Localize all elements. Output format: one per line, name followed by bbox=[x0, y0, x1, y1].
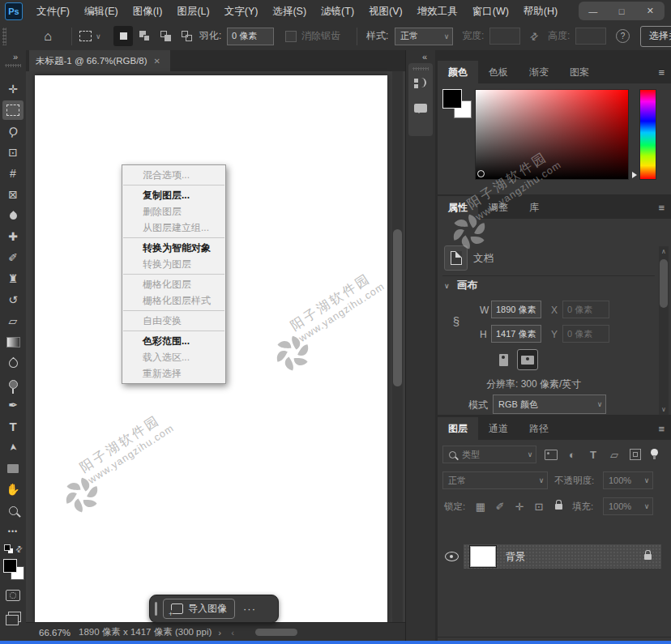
expand-panels-button[interactable]: « bbox=[418, 52, 431, 62]
feather-input[interactable]: 0 像素 bbox=[227, 28, 274, 45]
document-tab[interactable]: 未标题-1 @ 66.7%(RGB/8) ✕ bbox=[29, 50, 170, 71]
properties-scrollbar-thumb[interactable] bbox=[660, 259, 668, 308]
vertical-scrollbar-thumb[interactable] bbox=[393, 229, 402, 386]
filter-shape-layers-button[interactable]: ▱ bbox=[605, 446, 624, 463]
filter-smart-objects-button[interactable] bbox=[626, 446, 645, 463]
import-image-button[interactable]: 导入图像 bbox=[163, 599, 235, 619]
tool-pen[interactable]: ✒ bbox=[2, 395, 24, 415]
task-bar-drag-handle[interactable] bbox=[155, 602, 157, 616]
tool-path-selection[interactable]: ➤ bbox=[2, 437, 24, 457]
tool-move[interactable]: ✛ bbox=[2, 79, 24, 99]
comments-panel-button[interactable] bbox=[414, 100, 427, 115]
lock-artboard-button[interactable]: ⊡ bbox=[530, 497, 548, 515]
context-menu-item-reselect[interactable]: 重新选择 bbox=[122, 365, 225, 382]
menubar-item-window[interactable]: 窗口(W) bbox=[465, 0, 516, 23]
tool-history-brush[interactable]: ↺ bbox=[2, 290, 24, 309]
maximize-button[interactable]: □ bbox=[609, 6, 634, 16]
tab-libraries[interactable]: 库 bbox=[519, 196, 549, 219]
panel-menu-icon[interactable]: ≡ bbox=[658, 423, 665, 435]
color-mode-dropdown[interactable]: RGB 颜色∨ bbox=[493, 395, 606, 414]
collapse-section-icon[interactable]: ∨ bbox=[444, 282, 450, 290]
layer-thumbnail[interactable] bbox=[470, 546, 496, 567]
context-menu-item-group-from-layers[interactable]: 从图层建立组... bbox=[122, 220, 225, 236]
subtract-from-selection-button[interactable] bbox=[156, 26, 175, 46]
panel-menu-icon[interactable]: ≡ bbox=[658, 66, 665, 79]
zoom-level[interactable]: 66.67% bbox=[39, 628, 71, 638]
menubar-item-type[interactable]: 文字(Y) bbox=[217, 0, 266, 23]
opacity-dropdown[interactable]: 100%∨ bbox=[603, 471, 653, 489]
intersect-selection-button[interactable] bbox=[177, 26, 196, 46]
tool-rectangle[interactable] bbox=[2, 458, 24, 478]
width-input[interactable] bbox=[489, 28, 520, 45]
context-menu-item-delete-layer[interactable]: 删除图层 bbox=[122, 203, 225, 220]
tool-frame[interactable]: ⊠ bbox=[2, 185, 24, 204]
context-menu-item-duplicate-layer[interactable]: 复制图层... bbox=[122, 187, 225, 203]
canvas-height-input[interactable]: 1417 像素 bbox=[491, 325, 541, 343]
tool-eyedropper[interactable] bbox=[2, 206, 24, 225]
properties-scrollbar[interactable]: ∧ ∨ bbox=[659, 246, 669, 415]
menubar-item-image[interactable]: 图像(I) bbox=[126, 0, 170, 23]
tool-lasso[interactable]: Ϙ bbox=[2, 122, 24, 141]
context-menu-item-free-transform[interactable]: 自由变换 bbox=[122, 313, 225, 329]
filter-adjustment-layers-button[interactable]: ◐ bbox=[562, 446, 582, 463]
portrait-orientation-button[interactable] bbox=[493, 349, 514, 370]
tab-channels[interactable]: 通道 bbox=[478, 417, 519, 440]
layer-filter-toggle[interactable] bbox=[647, 443, 661, 461]
menubar-item-layer[interactable]: 图层(L) bbox=[169, 0, 216, 23]
tool-preset-dropdown[interactable]: ∨ bbox=[79, 23, 101, 49]
context-menu-item-load-selection[interactable]: 载入选区... bbox=[122, 349, 225, 365]
context-menu-item-blending-options[interactable]: 混合选项... bbox=[122, 167, 225, 183]
status-prev-icon[interactable]: ‹ bbox=[231, 628, 234, 638]
tools-grip[interactable] bbox=[5, 64, 21, 67]
color-field-cursor[interactable] bbox=[477, 170, 485, 177]
screen-mode-button[interactable] bbox=[5, 609, 24, 624]
landscape-orientation-button[interactable] bbox=[517, 349, 538, 370]
panel-menu-icon[interactable]: ≡ bbox=[658, 202, 665, 214]
menubar-item-select[interactable]: 选择(S) bbox=[265, 0, 314, 23]
lock-all-button[interactable] bbox=[549, 497, 567, 515]
tool-blur[interactable] bbox=[2, 353, 24, 373]
anti-alias-checkbox[interactable] bbox=[285, 31, 297, 42]
menubar-item-help[interactable]: 帮助(H) bbox=[516, 0, 565, 23]
menubar-item-edit[interactable]: 编辑(E) bbox=[77, 0, 126, 23]
history-panel-button[interactable] bbox=[414, 76, 427, 91]
context-menu-item-color-range[interactable]: 色彩范围... bbox=[122, 333, 225, 349]
tool-clone-stamp[interactable]: ♜ bbox=[2, 269, 24, 288]
tab-properties[interactable]: 属性 bbox=[438, 196, 478, 219]
swap-colors-icon[interactable]: ⇄ bbox=[13, 543, 24, 554]
context-menu-item-rasterize-layer-style[interactable]: 栅格化图层样式 bbox=[122, 292, 225, 309]
lock-image-pixels-button[interactable]: ✐ bbox=[491, 497, 509, 515]
tool-eraser[interactable]: ▱ bbox=[2, 311, 24, 331]
minimize-button[interactable]: — bbox=[581, 6, 605, 16]
layer-visibility-toggle[interactable] bbox=[441, 544, 462, 569]
context-menu-item-convert-to-smart-object[interactable]: 转换为智能对象 bbox=[122, 240, 225, 256]
status-next-icon[interactable]: › bbox=[218, 628, 221, 638]
edit-toolbar-button[interactable]: ••• bbox=[2, 522, 24, 541]
tool-rectangular-marquee[interactable] bbox=[2, 100, 24, 120]
swap-dimensions-button[interactable]: ⇄ bbox=[527, 23, 541, 49]
vertical-scrollbar[interactable] bbox=[392, 71, 403, 622]
panel-grip[interactable] bbox=[412, 67, 429, 70]
height-input[interactable] bbox=[575, 28, 606, 45]
canvas-width-input[interactable]: 1890 像素 bbox=[491, 301, 541, 318]
tool-gradient[interactable] bbox=[2, 332, 24, 352]
tab-patterns[interactable]: 图案 bbox=[559, 61, 600, 83]
collapse-tools-button[interactable]: » bbox=[8, 52, 23, 62]
context-menu-item-convert-to-layers[interactable]: 转换为图层 bbox=[122, 256, 225, 272]
quick-mask-button[interactable] bbox=[3, 588, 23, 603]
layer-lock-icon[interactable] bbox=[644, 554, 652, 560]
link-dimensions-icon[interactable]: § bbox=[451, 303, 462, 339]
options-bar-grip[interactable] bbox=[2, 28, 6, 45]
canvas-y-input[interactable]: 0 像素 bbox=[562, 325, 609, 343]
fill-dropdown[interactable]: 100%∨ bbox=[603, 497, 653, 515]
menubar-item-file[interactable]: 文件(F) bbox=[29, 0, 77, 23]
tool-healing-brush[interactable]: ✚ bbox=[2, 227, 24, 246]
tool-hand[interactable]: ✋ bbox=[2, 480, 24, 499]
menubar-item-filter[interactable]: 滤镜(T) bbox=[314, 0, 361, 23]
tool-type[interactable]: T bbox=[2, 416, 24, 436]
layer-row-background[interactable]: 背景 bbox=[464, 544, 661, 569]
tool-object-selection[interactable]: ⊡ bbox=[2, 143, 24, 162]
close-tab-icon[interactable]: ✕ bbox=[154, 57, 160, 66]
tab-gradients[interactable]: 渐变 bbox=[519, 61, 559, 83]
lock-position-button[interactable]: ✛ bbox=[511, 497, 528, 515]
